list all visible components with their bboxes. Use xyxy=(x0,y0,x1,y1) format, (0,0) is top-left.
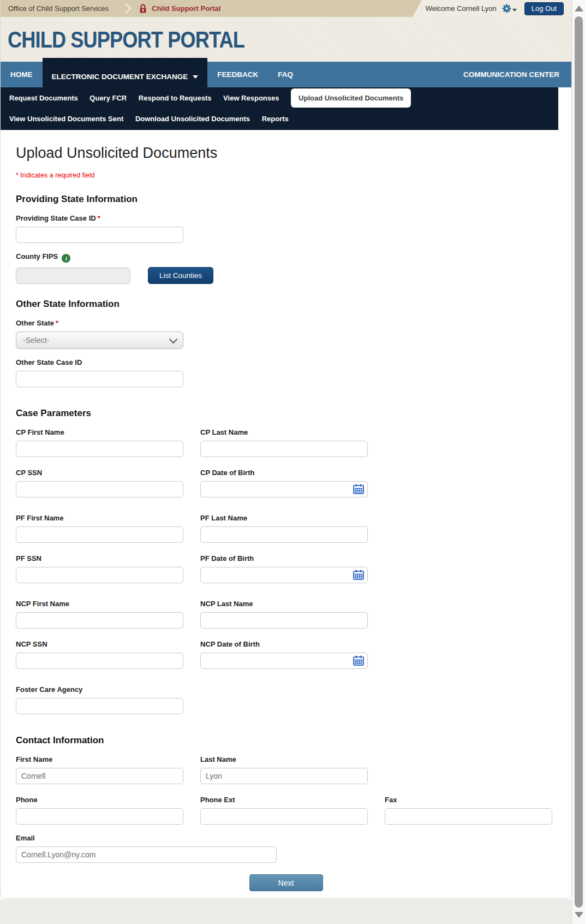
info-icon[interactable]: i xyxy=(62,254,70,263)
required-field-note: * Indicates a required field xyxy=(16,171,556,179)
site-logo: CHILD SUPPORT PORTAL xyxy=(8,26,244,53)
county-fips-label: County FIPSi xyxy=(16,252,556,263)
arrow-up-icon[interactable] xyxy=(575,5,583,11)
caret-down-icon xyxy=(193,75,198,79)
welcome-user-text: Welcome Cornell Lyon xyxy=(426,4,497,13)
subnav-item-request-documents[interactable]: Request Documents xyxy=(9,94,78,102)
subnav-item-upload-unsolicited-documents[interactable]: Upload Unsolicited Documents xyxy=(291,88,411,108)
phone-input[interactable] xyxy=(16,808,183,825)
main-panel: Office of Child Support Services Child S… xyxy=(0,0,572,899)
fax-input[interactable] xyxy=(385,808,552,825)
section-heading-contact-information: Contact Information xyxy=(16,735,556,746)
required-asterisk: * xyxy=(56,319,58,327)
settings-menu-button[interactable] xyxy=(502,4,517,13)
cp-dob-label: CP Date of Birth xyxy=(200,469,368,477)
pf-first-name-input[interactable] xyxy=(16,526,183,543)
label-text: Other State xyxy=(16,319,54,327)
page-content: Upload Unsolicited Documents * Indicates… xyxy=(1,145,571,891)
gear-icon xyxy=(502,4,511,13)
ncp-ssn-label: NCP SSN xyxy=(16,640,183,648)
foster-care-agency-label: Foster Care Agency xyxy=(16,685,183,694)
ncp-dob-input[interactable] xyxy=(200,653,368,669)
providing-state-case-id-label: Providing State Case ID* xyxy=(16,214,556,222)
ncp-ssn-input[interactable] xyxy=(16,653,183,669)
foster-care-agency-input[interactable] xyxy=(16,698,183,714)
pf-dob-label: PF Date of Birth xyxy=(200,554,368,562)
page-footer-strip xyxy=(0,899,572,924)
caret-down-icon xyxy=(512,9,517,11)
arrow-down-icon[interactable] xyxy=(575,912,583,918)
lock-icon xyxy=(139,4,147,14)
county-fips-input xyxy=(16,268,130,284)
cp-ssn-input[interactable] xyxy=(16,481,183,497)
providing-state-case-id-input[interactable] xyxy=(16,227,183,243)
scrollbar-thumb[interactable] xyxy=(575,16,583,908)
breadcrumb-current-link[interactable]: Child Support Portal xyxy=(152,4,220,13)
contact-first-name-label: First Name xyxy=(16,755,183,763)
other-state-label: Other State* xyxy=(16,319,556,327)
pf-dob-input[interactable] xyxy=(200,567,368,583)
ncp-dob-label: NCP Date of Birth xyxy=(200,640,368,648)
pf-ssn-input[interactable] xyxy=(16,567,183,583)
top-utility-bar: Office of Child Support Services Child S… xyxy=(1,0,571,17)
cp-last-name-input[interactable] xyxy=(200,441,368,457)
phone-ext-input[interactable] xyxy=(200,808,368,825)
pf-last-name-label: PF Last Name xyxy=(200,514,368,522)
contact-first-name-input[interactable] xyxy=(16,768,183,784)
cp-first-name-input[interactable] xyxy=(16,441,183,457)
cp-last-name-label: CP Last Name xyxy=(200,428,368,436)
select-selected-value: -Select- xyxy=(23,336,49,345)
required-asterisk: * xyxy=(98,214,100,222)
cp-ssn-label: CP SSN xyxy=(16,469,183,477)
section-heading-other-state: Other State Information xyxy=(16,299,556,310)
other-state-select[interactable]: -Select- xyxy=(16,331,183,349)
calendar-icon[interactable] xyxy=(353,484,364,495)
subnav-item-download-unsolicited-documents[interactable]: Download Unsolicited Documents xyxy=(135,115,250,123)
label-text: Providing State Case ID xyxy=(16,214,96,222)
subnav-item-view-responses[interactable]: View Responses xyxy=(223,94,279,102)
email-label: Email xyxy=(16,834,556,842)
brand-band: CHILD SUPPORT PORTAL xyxy=(1,17,571,62)
breadcrumb-separator-chevron-icon xyxy=(120,3,132,14)
page-title: Upload Unsolicited Documents xyxy=(16,145,556,162)
chevron-down-icon xyxy=(169,335,178,343)
calendar-icon[interactable] xyxy=(353,570,364,581)
subnav-item-reports[interactable]: Reports xyxy=(262,115,289,123)
pf-ssn-label: PF SSN xyxy=(16,554,183,562)
pf-first-name-label: PF First Name xyxy=(16,514,183,522)
subnav-item-respond-to-requests[interactable]: Respond to Requests xyxy=(139,94,212,102)
ncp-last-name-label: NCP Last Name xyxy=(200,600,368,608)
email-input[interactable] xyxy=(16,846,277,863)
ncp-last-name-input[interactable] xyxy=(200,612,368,629)
ncp-first-name-input[interactable] xyxy=(16,612,183,629)
calendar-icon[interactable] xyxy=(353,655,364,666)
subnav-item-view-unsolicited-documents-sent[interactable]: View Unsolicited Documents Sent xyxy=(9,115,123,123)
nav-item-label: ELECTRONIC DOCUMENT EXCHANGE xyxy=(52,73,188,81)
scrollbar-track[interactable] xyxy=(572,0,585,924)
fax-label: Fax xyxy=(385,796,552,804)
nav-item-electronic-document-exchange[interactable]: ELECTRONIC DOCUMENT EXCHANGE xyxy=(43,58,208,91)
cp-dob-input[interactable] xyxy=(200,481,368,497)
pf-last-name-input[interactable] xyxy=(200,526,368,543)
other-state-case-id-label: Other State Case ID xyxy=(16,358,556,366)
nav-item-faq[interactable]: FAQ xyxy=(268,62,303,87)
cp-first-name-label: CP First Name xyxy=(16,428,183,436)
nav-item-home[interactable]: HOME xyxy=(1,62,43,87)
main-navigation: HOME ELECTRONIC DOCUMENT EXCHANGE FEEDBA… xyxy=(1,62,571,87)
subnav-item-query-fcr[interactable]: Query FCR xyxy=(89,94,127,102)
phone-ext-label: Phone Ext xyxy=(200,796,368,804)
breadcrumb-root-link[interactable]: Office of Child Support Services xyxy=(8,4,109,13)
section-heading-providing-state: Providing State Information xyxy=(16,194,556,205)
sub-navigation: Request Documents Query FCR Respond to R… xyxy=(1,87,558,130)
phone-label: Phone xyxy=(16,796,183,804)
nav-item-feedback[interactable]: FEEDBACK xyxy=(207,62,268,87)
ncp-first-name-label: NCP First Name xyxy=(16,600,183,608)
logout-button[interactable]: Log Out xyxy=(524,2,564,15)
contact-last-name-input[interactable] xyxy=(200,768,368,784)
label-text: County FIPS xyxy=(16,252,58,260)
section-heading-case-parameters: Case Parameters xyxy=(16,408,556,419)
next-button[interactable]: Next xyxy=(249,874,323,891)
other-state-case-id-input[interactable] xyxy=(16,371,183,387)
nav-item-communication-center[interactable]: COMMUNICATION CENTER xyxy=(463,62,571,87)
list-counties-button[interactable]: List Counties xyxy=(148,267,213,284)
